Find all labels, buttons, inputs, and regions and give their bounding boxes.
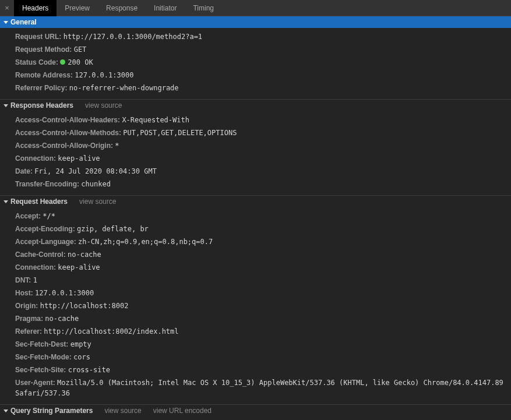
header-value: GET: [74, 45, 87, 54]
header-key: Accept:: [15, 212, 43, 220]
header-key: Accept-Language:: [15, 238, 78, 246]
section-general-body: Request URL: http://127.0.0.1:3000/metho…: [0, 28, 511, 99]
header-row: Sec-Fetch-Dest: empty: [0, 338, 511, 351]
header-key: Referer:: [15, 327, 44, 336]
view-url-encoded-link[interactable]: view URL encoded: [153, 407, 212, 415]
header-row: DNT: 1: [0, 274, 511, 287]
view-source-link[interactable]: view source: [104, 407, 141, 415]
header-value: cross-site: [68, 366, 110, 374]
header-key: Access-Control-Allow-Origin:: [15, 142, 115, 150]
header-value: PUT,POST,GET,DELETE,OPTIONS: [123, 129, 237, 137]
header-row: Pragma: no-cache: [0, 312, 511, 325]
header-key: Remote Address:: [15, 71, 75, 79]
header-value: no-referrer-when-downgrade: [69, 84, 179, 92]
header-value: zh-CN,zh;q=0.9,en;q=0.8,nb;q=0.7: [78, 238, 213, 246]
header-value: 127.0.0.1:3000: [35, 289, 94, 297]
header-value: no-cache: [68, 250, 101, 259]
header-key: Status Code:: [15, 58, 60, 66]
header-key: Pragma:: [15, 315, 45, 323]
header-key: Host:: [15, 289, 35, 297]
header-value: gzip, deflate, br: [77, 225, 149, 233]
header-row: Access-Control-Allow-Origin: *: [0, 139, 511, 152]
header-key: Access-Control-Allow-Headers:: [15, 116, 122, 124]
header-row: Referrer Policy: no-referrer-when-downgr…: [0, 82, 511, 94]
header-key: Access-Control-Allow-Methods:: [15, 129, 123, 137]
header-value: Fri, 24 Jul 2020 08:04:30 GMT: [34, 167, 157, 175]
tab-initiator[interactable]: Initiator: [146, 0, 185, 16]
header-row: Date: Fri, 24 Jul 2020 08:04:30 GMT: [0, 165, 511, 178]
header-key: Referrer Policy:: [15, 84, 69, 92]
header-key: Connection:: [15, 154, 58, 163]
header-value: X-Requested-With: [122, 116, 189, 124]
section-query-params-header[interactable]: Query String Parameters view source view…: [0, 404, 511, 417]
header-key: Sec-Fetch-Dest:: [15, 340, 71, 348]
header-row: Request URL: http://127.0.0.1:3000/metho…: [0, 30, 511, 43]
tab-response[interactable]: Response: [98, 0, 146, 16]
header-row: Cache-Control: no-cache: [0, 248, 511, 261]
header-key: DNT:: [15, 276, 33, 284]
header-row: Sec-Fetch-Mode: cors: [0, 351, 511, 363]
header-key: Cache-Control:: [15, 250, 68, 259]
section-query-params-title: Query String Parameters: [10, 407, 93, 415]
header-value: keep-alive: [58, 154, 100, 163]
header-value: no-cache: [45, 315, 79, 323]
caret-down-icon: [3, 410, 8, 412]
section-query-params-body: a: 1: [0, 417, 511, 420]
header-value: *: [115, 142, 119, 150]
header-value: cors: [73, 353, 90, 361]
section-request-headers-header[interactable]: Request Headers view source: [0, 195, 511, 207]
header-value: keep-alive: [58, 263, 100, 271]
header-key: User-Agent:: [15, 379, 57, 387]
tab-timing[interactable]: Timing: [185, 0, 222, 16]
section-general-title: General: [10, 18, 37, 26]
header-value: http://localhost:8002/index.html: [44, 327, 178, 336]
close-icon[interactable]: ×: [0, 3, 14, 12]
header-row: Access-Control-Allow-Headers: X-Requeste…: [0, 114, 511, 126]
header-key: Sec-Fetch-Mode:: [15, 353, 73, 361]
header-row: Origin: http://localhost:8002: [0, 299, 511, 312]
header-value: empty: [71, 340, 91, 348]
header-row: Accept-Encoding: gzip, deflate, br: [0, 223, 511, 235]
header-value: http://127.0.0.1:3000/method2?a=1: [64, 33, 202, 41]
section-request-headers-body: Accept: */*Accept-Encoding: gzip, deflat…: [0, 207, 511, 404]
header-value: 1: [33, 276, 37, 284]
header-row: Sec-Fetch-Site: cross-site: [0, 363, 511, 376]
section-response-headers-title: Response Headers: [10, 101, 73, 110]
caret-down-icon: [3, 200, 8, 203]
header-value: */*: [43, 212, 55, 220]
header-row: Host: 127.0.0.1:3000: [0, 287, 511, 299]
caret-down-icon: [3, 21, 8, 24]
header-value: chunked: [81, 180, 111, 188]
status-dot-icon: [60, 59, 65, 65]
header-key: Request Method:: [15, 45, 74, 54]
header-key: Date:: [15, 167, 34, 175]
tab-headers[interactable]: Headers: [14, 0, 57, 16]
view-source-link[interactable]: view source: [85, 101, 122, 110]
header-key: Transfer-Encoding:: [15, 180, 81, 188]
header-key: Connection:: [15, 263, 58, 271]
header-row: Remote Address: 127.0.0.1:3000: [0, 69, 511, 82]
caret-down-icon: [3, 104, 8, 107]
tab-preview[interactable]: Preview: [57, 0, 98, 16]
header-row: Connection: keep-alive: [0, 261, 511, 274]
header-row: Accept: */*: [0, 210, 511, 223]
section-request-headers-title: Request Headers: [10, 197, 68, 206]
section-response-headers-body: Access-Control-Allow-Headers: X-Requeste…: [0, 111, 511, 195]
section-general-header[interactable]: General: [0, 16, 511, 28]
header-value: 127.0.0.1:3000: [75, 71, 133, 79]
header-row: Request Method: GET: [0, 43, 511, 56]
header-key: Sec-Fetch-Site:: [15, 366, 68, 374]
devtools-tabbar: × Headers Preview Response Initiator Tim…: [0, 0, 511, 16]
header-key: Accept-Encoding:: [15, 225, 77, 233]
header-key: Request URL:: [15, 33, 64, 41]
view-source-link[interactable]: view source: [79, 197, 116, 206]
header-row: Transfer-Encoding: chunked: [0, 178, 511, 190]
header-value: Mozilla/5.0 (Macintosh; Intel Mac OS X 1…: [15, 379, 508, 397]
header-row: Status Code: 200 OK: [0, 56, 511, 69]
header-value: 200 OK: [68, 58, 93, 66]
header-row: Accept-Language: zh-CN,zh;q=0.9,en;q=0.8…: [0, 235, 511, 248]
header-row: Access-Control-Allow-Methods: PUT,POST,G…: [0, 126, 511, 139]
section-response-headers-header[interactable]: Response Headers view source: [0, 99, 511, 111]
header-value: http://localhost:8002: [40, 302, 129, 310]
header-row: Connection: keep-alive: [0, 152, 511, 165]
